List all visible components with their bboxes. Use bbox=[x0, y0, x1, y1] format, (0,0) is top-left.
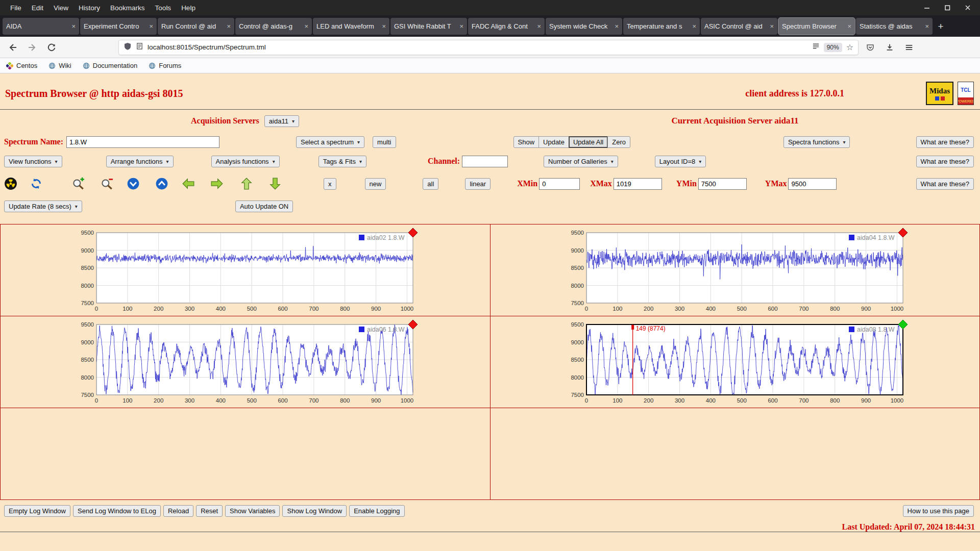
tab-control-aidas-g[interactable]: Control @ aidas-g× bbox=[235, 18, 312, 35]
url-bar[interactable]: localhost:8015/Spectrum/Spectrum.tml 90%… bbox=[118, 40, 859, 55]
spectrum-plot-aida06[interactable]: 0100200300400500600700800900100075008000… bbox=[67, 318, 424, 405]
spectrum-name-input[interactable] bbox=[66, 136, 219, 148]
refresh-spectra-icon[interactable] bbox=[30, 177, 43, 190]
ymin-input[interactable] bbox=[698, 178, 747, 190]
analysis-functions-select[interactable]: Analysis functions▾ bbox=[211, 156, 280, 167]
menu-tools[interactable]: Tools bbox=[150, 4, 177, 12]
zoom-indicator[interactable]: 90% bbox=[824, 43, 842, 52]
tab-aida[interactable]: AIDA× bbox=[3, 18, 79, 35]
tab-fadc-align-cont[interactable]: FADC Align & Cont× bbox=[468, 18, 545, 35]
gallery-cell-4[interactable]: 0100200300400500600700800900100075008000… bbox=[491, 316, 980, 408]
tab-temperature-and-s[interactable]: Temperature and s× bbox=[623, 18, 700, 35]
maximize-button[interactable] bbox=[943, 4, 951, 12]
arrow-right-icon[interactable] bbox=[210, 177, 224, 190]
update-all-button[interactable]: Update All bbox=[569, 136, 608, 148]
linear-button[interactable]: linear bbox=[465, 178, 491, 190]
reset-button[interactable]: Reset bbox=[196, 505, 223, 517]
menu-edit[interactable]: Edit bbox=[27, 4, 48, 12]
tab-close-icon[interactable]: × bbox=[304, 22, 308, 30]
select-a-spectrum[interactable]: Select a spectrum▾ bbox=[296, 136, 364, 148]
tags-fits-select[interactable]: Tags & Fits▾ bbox=[318, 156, 366, 167]
tab-system-wide-check[interactable]: System wide Check× bbox=[546, 18, 622, 35]
gallery-cell-2[interactable]: 0100200300400500600700800900100075008000… bbox=[491, 224, 980, 316]
tab-experiment-contro[interactable]: Experiment Contro× bbox=[80, 18, 157, 35]
enable-logging-button[interactable]: Enable Logging bbox=[349, 505, 404, 517]
tab-close-icon[interactable]: × bbox=[227, 22, 231, 30]
radiation-icon[interactable] bbox=[4, 177, 17, 190]
reload-button[interactable]: Reload bbox=[163, 505, 193, 517]
bookmark-centos[interactable]: Centos bbox=[6, 62, 37, 69]
empty-log-window-button[interactable]: Empty Log Window bbox=[4, 505, 70, 517]
tab-close-icon[interactable]: × bbox=[459, 22, 463, 30]
arrange-functions-select[interactable]: Arrange functions▾ bbox=[106, 156, 174, 167]
tab-close-icon[interactable]: × bbox=[537, 22, 541, 30]
arrow-left-icon[interactable] bbox=[182, 177, 195, 190]
spectrum-plot-aida08[interactable]: 0100200300400500600700800900100075008000… bbox=[557, 318, 914, 405]
tab-close-icon[interactable]: × bbox=[847, 22, 851, 30]
tab-spectrum-browser[interactable]: Spectrum Browser× bbox=[778, 18, 855, 35]
reader-mode-icon[interactable] bbox=[812, 42, 820, 52]
spectrum-plot-aida04[interactable]: 0100200300400500600700800900100075008000… bbox=[557, 227, 914, 313]
gallery-cell-3[interactable]: 0100200300400500600700800900100075008000… bbox=[1, 316, 491, 408]
number-of-galleries-select[interactable]: Number of Galleries▾ bbox=[544, 156, 618, 167]
x-button[interactable]: x bbox=[324, 178, 336, 190]
arrow-down-icon[interactable] bbox=[268, 177, 282, 190]
tab-close-icon[interactable]: × bbox=[149, 22, 153, 30]
bookmark-star-icon[interactable]: ☆ bbox=[846, 43, 853, 52]
what-are-these-button-1[interactable]: What are these? bbox=[916, 136, 974, 148]
tab-run-control-aid[interactable]: Run Control @ aid× bbox=[158, 18, 234, 35]
bookmark-documentation[interactable]: Documentation bbox=[83, 62, 137, 69]
tab-statistics-aidas[interactable]: Statistics @ aidas× bbox=[856, 18, 933, 35]
pocket-icon[interactable] bbox=[863, 40, 878, 55]
zoom-out-icon[interactable] bbox=[100, 177, 113, 190]
gallery-cell-1[interactable]: 0100200300400500600700800900100075008000… bbox=[1, 224, 491, 316]
bookmark-wiki[interactable]: Wiki bbox=[48, 62, 71, 69]
menu-file[interactable]: File bbox=[5, 4, 27, 12]
channel-input[interactable] bbox=[462, 156, 508, 167]
reload-button[interactable] bbox=[44, 40, 59, 55]
menu-help[interactable]: Help bbox=[176, 4, 201, 12]
tab-close-icon[interactable]: × bbox=[770, 22, 774, 30]
tab-close-icon[interactable]: × bbox=[71, 22, 76, 30]
tab-close-icon[interactable]: × bbox=[692, 22, 696, 30]
tab-gsi-white-rabbit-t[interactable]: GSI White Rabbit T× bbox=[390, 18, 467, 35]
auto-update-button[interactable]: Auto Update ON bbox=[235, 201, 293, 212]
update-rate-select[interactable]: Update Rate (8 secs)▾ bbox=[4, 201, 82, 212]
xmax-input[interactable] bbox=[614, 178, 662, 190]
update-button[interactable]: Update bbox=[538, 136, 569, 148]
tab-asic-control-aid[interactable]: ASIC Control @ aid× bbox=[701, 18, 777, 35]
menu-hamburger-icon[interactable] bbox=[901, 40, 917, 55]
bookmark-forums[interactable]: Forums bbox=[149, 62, 181, 69]
show-log-window-button[interactable]: Show Log Window bbox=[282, 505, 347, 517]
all-button[interactable]: all bbox=[423, 178, 438, 190]
menu-bookmarks[interactable]: Bookmarks bbox=[105, 4, 150, 12]
back-button[interactable] bbox=[5, 40, 20, 55]
multi-button[interactable]: multi bbox=[373, 136, 396, 148]
downloads-icon[interactable] bbox=[882, 40, 897, 55]
menu-history[interactable]: History bbox=[74, 4, 105, 12]
what-are-these-button-3[interactable]: What are these? bbox=[916, 178, 974, 190]
collapse-y-icon[interactable] bbox=[127, 177, 140, 190]
tab-close-icon[interactable]: × bbox=[925, 22, 929, 30]
spectra-functions-select[interactable]: Spectra functions▾ bbox=[783, 136, 850, 148]
close-button[interactable] bbox=[964, 4, 972, 12]
tab-close-icon[interactable]: × bbox=[382, 22, 386, 30]
minimize-button[interactable] bbox=[923, 4, 931, 12]
show-variables-button[interactable]: Show Variables bbox=[225, 505, 280, 517]
page-info-icon[interactable] bbox=[136, 42, 143, 52]
zero-button[interactable]: Zero bbox=[607, 136, 630, 148]
layout-id-select[interactable]: Layout ID=8▾ bbox=[655, 156, 706, 167]
expand-y-icon[interactable] bbox=[155, 177, 168, 190]
forward-button[interactable] bbox=[24, 40, 40, 55]
ymax-input[interactable] bbox=[788, 178, 837, 190]
send-log-window-to-elog-button[interactable]: Send Log Window to ELog bbox=[73, 505, 161, 517]
url-text[interactable]: localhost:8015/Spectrum/Spectrum.tml bbox=[148, 43, 808, 51]
xmin-input[interactable] bbox=[539, 178, 580, 190]
new-tab-button[interactable]: + bbox=[933, 19, 948, 34]
zoom-in-icon[interactable] bbox=[71, 177, 85, 190]
tab-close-icon[interactable]: × bbox=[615, 22, 619, 30]
arrow-up-icon[interactable] bbox=[240, 177, 253, 190]
acquisition-server-select[interactable]: aida11▾ bbox=[264, 115, 299, 127]
what-are-these-button-2[interactable]: What are these? bbox=[916, 156, 974, 167]
menu-view[interactable]: View bbox=[48, 4, 74, 12]
